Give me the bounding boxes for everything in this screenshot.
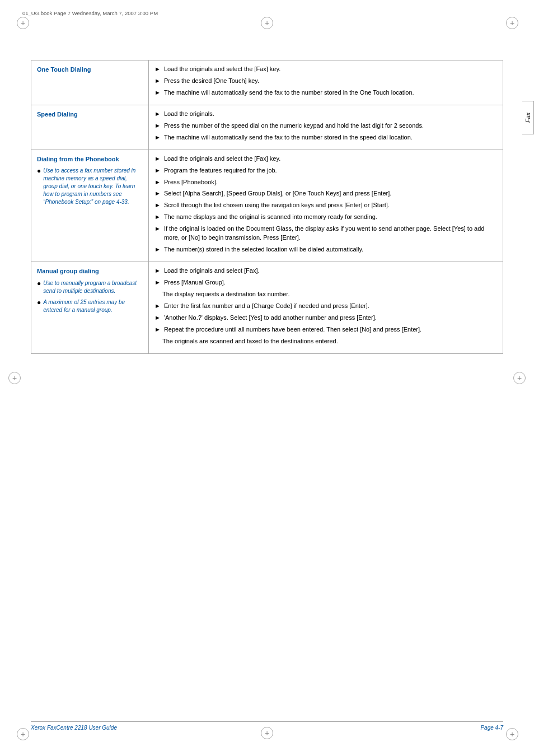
table-row: Speed Dialing ► Load the originals. ► Pr… <box>31 105 503 150</box>
list-item: ► The machine will automatically send th… <box>154 88 497 97</box>
list-item: ► Select [Alpha Search], [Speed Group Di… <box>154 189 497 198</box>
list-item: ► Load the originals and select the [Fax… <box>154 155 497 164</box>
corner-mark-bl: + <box>17 728 28 739</box>
table-row: Dialing from the Phonebook ● Use to acce… <box>31 150 503 262</box>
section-title-manual-group: Manual group dialing <box>37 267 143 276</box>
table-row: One Touch Dialing ► Load the originals a… <box>31 60 503 105</box>
list-item: ► 'Another No.?' displays. Select [Yes] … <box>154 314 497 323</box>
arrow-icon: ► <box>154 245 161 254</box>
arrow-icon: ► <box>154 133 161 142</box>
bullet-icon: ● <box>37 298 41 307</box>
section-title-one-touch: One Touch Dialing <box>37 65 143 74</box>
phonebook-note: ● Use to access a fax number stored in m… <box>37 167 143 206</box>
right-list-speed-dialing: ► Load the originals. ► Press the number… <box>154 110 497 142</box>
bullet-icon: ● <box>37 167 41 176</box>
bullet-icon: ● <box>37 279 41 288</box>
list-item: ► Press the number of the speed dial on … <box>154 122 497 130</box>
fax-tab: Fax <box>522 101 534 134</box>
list-item: ► Load the originals and select the [Fax… <box>154 65 497 74</box>
header-text: 01_UG.book Page 7 Wednesday, March 7, 20… <box>22 10 158 16</box>
right-cell-speed-dialing: ► Load the originals. ► Press the number… <box>149 105 503 150</box>
list-item-plain: The display requests a destination fax n… <box>154 290 497 299</box>
arrow-icon: ► <box>154 189 161 198</box>
arrow-icon: ► <box>154 278 161 287</box>
right-list-one-touch: ► Load the originals and select the [Fax… <box>154 65 497 97</box>
right-middle-mark: + <box>513 372 526 384</box>
arrow-icon: ► <box>154 65 161 74</box>
list-item: ► Load the originals and select [Fax]. <box>154 267 497 276</box>
left-cell-phonebook: Dialing from the Phonebook ● Use to acce… <box>31 150 149 262</box>
list-item: ► Press [Phonebook]. <box>154 178 497 187</box>
page-footer: Xerox FaxCentre 2218 User Guide Page 4-7 <box>31 721 503 731</box>
arrow-icon: ► <box>154 302 161 311</box>
arrow-icon: ► <box>154 267 161 276</box>
left-cell-one-touch: One Touch Dialing <box>31 60 149 105</box>
arrow-icon: ► <box>154 166 161 175</box>
section-title-phonebook: Dialing from the Phonebook <box>37 155 143 164</box>
right-list-manual-group: ► Load the originals and select [Fax]. ►… <box>154 267 497 346</box>
arrow-icon: ► <box>154 225 161 234</box>
left-cell-manual-group: Manual group dialing ● Use to manually p… <box>31 262 149 354</box>
list-item: ► Scroll through the list chosen using t… <box>154 201 497 210</box>
page-wrapper: + + + + + + + + 01_UG.book Page 7 Wednes… <box>0 0 534 756</box>
corner-mark-br: + <box>506 728 517 739</box>
main-content: One Touch Dialing ► Load the originals a… <box>0 21 534 388</box>
arrow-icon: ► <box>154 314 161 323</box>
right-cell-phonebook: ► Load the originals and select the [Fax… <box>149 150 503 262</box>
list-item: ► Enter the first fax number and a [Char… <box>154 302 497 311</box>
corner-mark-tr: + <box>506 17 517 28</box>
arrow-icon: ► <box>154 213 161 222</box>
list-item: ► Press the desired [One Touch] key. <box>154 77 497 86</box>
footer-left: Xerox FaxCentre 2218 User Guide <box>31 725 117 731</box>
manual-group-note1: ● Use to manually program a broadcast se… <box>37 279 143 295</box>
list-item: ► The machine will automatically send th… <box>154 133 497 142</box>
arrow-icon: ► <box>154 155 161 164</box>
arrow-icon: ► <box>154 325 161 334</box>
content-table: One Touch Dialing ► Load the originals a… <box>31 60 503 354</box>
section-title-speed-dialing: Speed Dialing <box>37 110 143 119</box>
list-item: ► Program the features required for the … <box>154 166 497 175</box>
right-list-phonebook: ► Load the originals and select the [Fax… <box>154 155 497 254</box>
table-row: Manual group dialing ● Use to manually p… <box>31 262 503 354</box>
arrow-icon: ► <box>154 77 161 86</box>
arrow-icon: ► <box>154 122 161 130</box>
list-item: ► Press [Manual Group]. <box>154 278 497 287</box>
arrow-icon: ► <box>154 178 161 187</box>
list-item-plain: The originals are scanned and faxed to t… <box>154 337 497 346</box>
list-item: ► Repeat the procedure until all numbers… <box>154 325 497 334</box>
arrow-icon: ► <box>154 88 161 97</box>
arrow-icon: ► <box>154 110 161 119</box>
manual-group-note2: ● A maximum of 25 entries may be entered… <box>37 298 143 314</box>
right-cell-manual-group: ► Load the originals and select [Fax]. ►… <box>149 262 503 354</box>
left-cell-speed-dialing: Speed Dialing <box>31 105 149 150</box>
center-top-mark: + <box>261 17 273 29</box>
corner-mark-tl: + <box>17 17 28 28</box>
list-item: ► The number(s) stored in the selected l… <box>154 245 497 254</box>
arrow-icon: ► <box>154 201 161 210</box>
right-cell-one-touch: ► Load the originals and select the [Fax… <box>149 60 503 105</box>
list-item: ► Load the originals. <box>154 110 497 119</box>
list-item: ► The name displays and the original is … <box>154 213 497 222</box>
list-item: ► If the original is loaded on the Docum… <box>154 225 497 242</box>
footer-right: Page 4-7 <box>480 725 503 731</box>
left-middle-mark: + <box>8 372 21 384</box>
